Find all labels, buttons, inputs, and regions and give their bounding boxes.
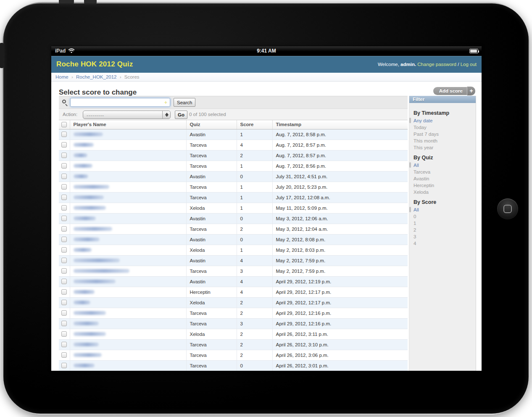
column-header-timestamp[interactable]: Timestamp [272, 120, 408, 129]
player-name-link-redacted[interactable] [74, 153, 87, 157]
player-name-link-redacted[interactable] [74, 185, 109, 189]
filter-option-link[interactable]: This year [413, 145, 433, 150]
column-header-player-name[interactable]: Player's Name [70, 120, 186, 129]
table-row: Tarceva4Aug. 7, 2012, 8:57 p.m. [59, 140, 408, 150]
row-checkbox[interactable] [61, 142, 67, 148]
player-name-cell [70, 266, 186, 276]
player-name-link-redacted[interactable] [74, 132, 103, 136]
quiz-cell: Tarceva [186, 150, 237, 161]
quiz-cell: Xeloda [186, 329, 237, 339]
player-name-link-redacted[interactable] [74, 174, 88, 178]
player-name-link-redacted[interactable] [74, 248, 92, 252]
player-name-link-redacted[interactable] [74, 332, 106, 336]
home-button[interactable] [497, 198, 518, 219]
filter-option-link[interactable]: This month [413, 138, 437, 143]
row-checkbox[interactable] [61, 268, 67, 274]
filter-option-link[interactable]: Tarceva [413, 169, 430, 174]
filter-option-link[interactable]: All [413, 207, 419, 212]
admin-header: Roche HOK 2012 Quiz Welcome, admin. Chan… [51, 56, 482, 73]
player-name-link-redacted[interactable] [74, 206, 106, 210]
row-checkbox[interactable] [61, 310, 67, 316]
player-name-link-redacted[interactable] [74, 269, 129, 273]
row-checkbox[interactable] [61, 205, 67, 211]
filter-option-link[interactable]: Past 7 days [413, 132, 439, 137]
search-input[interactable] [70, 98, 170, 107]
row-checkbox[interactable] [61, 132, 67, 137]
player-name-cell [70, 213, 186, 224]
player-name-link-redacted[interactable] [74, 238, 100, 241]
score-cell: 1 [237, 245, 272, 255]
row-checkbox[interactable] [61, 247, 67, 253]
row-checkbox[interactable] [61, 226, 67, 232]
filter-option-link[interactable]: 0 [413, 214, 416, 219]
change-password-link[interactable]: Change password [417, 62, 456, 67]
filter-option-link[interactable]: 1 [413, 221, 416, 226]
player-name-link-redacted[interactable] [74, 164, 92, 168]
add-score-button[interactable]: Add score + [433, 87, 475, 95]
row-checkbox[interactable] [61, 163, 67, 169]
score-cell: 4 [237, 140, 272, 150]
player-name-link-redacted[interactable] [74, 290, 95, 294]
row-checkbox[interactable] [61, 321, 67, 326]
search-button[interactable]: Search [174, 98, 195, 107]
player-name-link-redacted[interactable] [74, 143, 94, 147]
row-checkbox[interactable] [61, 300, 67, 305]
filter-option-link[interactable]: 4 [413, 241, 416, 246]
row-checkbox[interactable] [61, 174, 67, 179]
player-name-link-redacted[interactable] [74, 280, 116, 283]
row-checkbox[interactable] [61, 153, 67, 158]
row-checkbox[interactable] [61, 289, 67, 295]
filter-option-link[interactable]: 2 [413, 227, 416, 232]
player-name-cell [70, 318, 186, 329]
row-checkbox[interactable] [61, 331, 67, 337]
side-button [0, 43, 3, 68]
player-name-link-redacted[interactable] [74, 343, 99, 346]
select-all-checkbox[interactable] [61, 122, 67, 127]
filter-panel: Filter By TimestampAny dateTodayPast 7 d… [409, 96, 476, 371]
player-name-link-redacted[interactable] [74, 227, 112, 231]
player-name-cell [70, 255, 186, 266]
score-cell: 4 [237, 276, 272, 287]
quiz-cell: Avastin [186, 255, 237, 266]
action-select[interactable]: --------- [83, 111, 171, 119]
quiz-cell: Tarceva [186, 360, 237, 371]
row-checkbox[interactable] [61, 279, 67, 284]
player-name-cell [70, 276, 186, 287]
row-checkbox[interactable] [61, 195, 67, 200]
filter-option-link[interactable]: Today [413, 125, 427, 130]
column-header-quiz[interactable]: Quiz [186, 120, 237, 129]
player-name-link-redacted[interactable] [74, 311, 106, 315]
filter-option: All [413, 206, 476, 213]
filter-option-link[interactable]: Xeloda [413, 190, 429, 195]
row-checkbox[interactable] [61, 237, 67, 242]
row-checkbox[interactable] [61, 216, 67, 221]
filter-option-link[interactable]: Avastin [413, 176, 429, 181]
filter-option-list: All01234 [413, 206, 476, 247]
filter-option-link[interactable]: Any date [413, 118, 432, 123]
site-title[interactable]: Roche HOK 2012 Quiz [56, 60, 133, 69]
player-name-link-redacted[interactable] [74, 301, 90, 304]
row-checkbox[interactable] [61, 352, 67, 358]
filter-option-link[interactable]: All [413, 163, 419, 168]
timestamp-cell: April 29, 2012, 12:17 p.m. [272, 287, 408, 297]
logout-link[interactable]: Log out [461, 62, 477, 67]
player-name-link-redacted[interactable] [74, 195, 104, 199]
player-name-link-redacted[interactable] [74, 353, 102, 357]
filter-option-link[interactable]: Herceptin [413, 183, 434, 188]
player-name-link-redacted[interactable] [74, 322, 99, 325]
column-header-score[interactable]: Score [237, 120, 272, 129]
filter-option: Herceptin [413, 182, 476, 189]
row-checkbox[interactable] [61, 258, 67, 263]
player-name-cell [70, 297, 186, 308]
player-name-link-redacted[interactable] [74, 259, 120, 262]
player-name-link-redacted[interactable] [74, 216, 96, 220]
breadcrumb-home[interactable]: Home [55, 74, 68, 79]
row-checkbox[interactable] [61, 363, 67, 368]
breadcrumb-current: Scores [124, 74, 140, 79]
go-button[interactable]: Go [175, 111, 187, 119]
breadcrumb-app[interactable]: Roche_HOK_2012 [76, 74, 117, 79]
row-checkbox[interactable] [61, 342, 67, 347]
player-name-link-redacted[interactable] [74, 364, 95, 367]
filter-option-link[interactable]: 3 [413, 234, 416, 239]
row-checkbox[interactable] [61, 184, 67, 190]
